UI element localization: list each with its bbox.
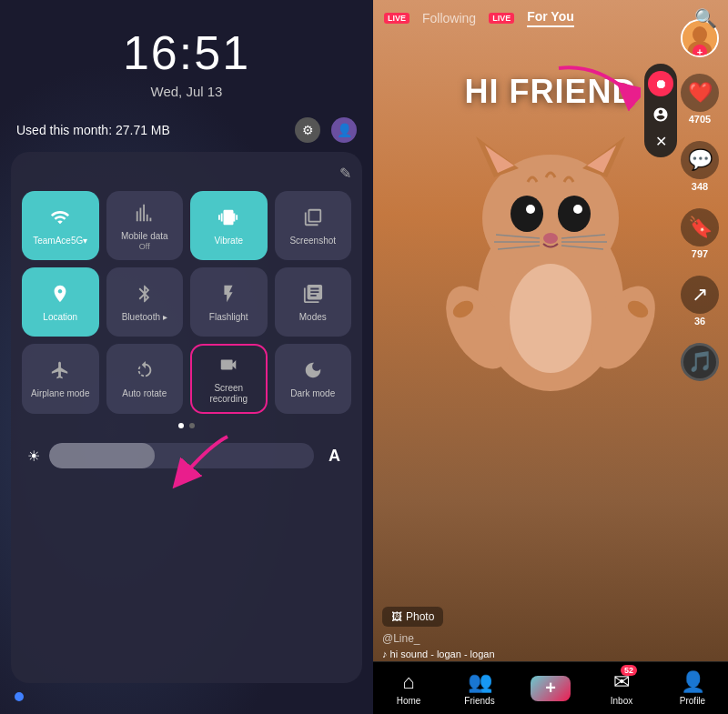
profile-nav-icon: 👤 [681, 670, 705, 694]
svg-point-10 [573, 205, 582, 214]
music-text: ♪ hi sound - logan - logan [382, 649, 673, 659]
nav-home[interactable]: ⌂ Home [373, 670, 444, 706]
inbox-badge-count: 52 [621, 665, 637, 676]
bluetooth-label: Bluetooth ▸ [122, 312, 167, 323]
live-badge: LIVE [384, 13, 410, 24]
quick-settings-panel: ✎ TeamAce5G▾ Mobile data Off [11, 152, 362, 683]
mobile-data-tile[interactable]: Mobile data Off [106, 191, 184, 260]
bluetooth-tile[interactable]: Bluetooth ▸ [106, 267, 184, 337]
settings-float-icon[interactable] [646, 100, 675, 129]
auto-rotate-tile[interactable]: Auto rotate [106, 344, 184, 414]
pink-arrow-right [550, 59, 641, 114]
tab-for-you[interactable]: For You [527, 9, 574, 27]
dark-mode-icon [303, 360, 323, 385]
photo-label: Photo [406, 610, 434, 623]
location-label: Location [43, 312, 77, 323]
inbox-badge-container: ✉ 52 [613, 670, 630, 694]
follow-plus-icon: + [693, 45, 707, 57]
svg-point-7 [511, 196, 543, 232]
brightness-low-icon: ☀ [27, 448, 40, 465]
dark-mode-tile[interactable]: Dark mode [275, 344, 352, 414]
right-panel-tiktok: HI FRIEND LIVE Following LIVE For You 🔍 … [373, 0, 728, 714]
nav-friends[interactable]: 👥 Friends [444, 670, 515, 706]
mobile-data-sublabel: Off [139, 242, 150, 251]
tab-following[interactable]: Following [422, 11, 476, 25]
likes-count: 4705 [689, 114, 711, 125]
left-panel: 16:51 Wed, Jul 13 Used this month: 27.71… [0, 0, 373, 714]
brightness-slider[interactable] [49, 443, 314, 468]
usage-label: Used this month: 27.71 MB [16, 123, 170, 137]
bluetooth-icon [135, 284, 155, 308]
auto-rotate-label: Auto rotate [122, 388, 167, 399]
tiktok-bottom-info: 🖼 Photo @Line_ ♪ hi sound - logan - loga… [382, 607, 673, 659]
tiktok-actions-sidebar: + ❤️ 4705 💬 348 🔖 797 ↗ 36 🎵 [681, 19, 719, 381]
airplane-tile[interactable]: Airplane mode [22, 344, 99, 414]
post-icon: + [531, 676, 571, 701]
edit-icon[interactable]: ✎ [339, 165, 351, 182]
tiktok-bottom-nav: ⌂ Home 👥 Friends + ✉ 52 Inbox 👤 Profile [373, 661, 728, 714]
kitten-illustration [432, 91, 669, 418]
flashlight-icon [218, 284, 238, 308]
wifi-icon [50, 207, 70, 232]
comments-count: 348 [692, 181, 708, 192]
nav-profile[interactable]: 👤 Profile [657, 670, 728, 706]
comments-action[interactable]: 💬 348 [681, 141, 719, 192]
share-count: 36 [694, 316, 705, 327]
nav-inbox[interactable]: ✉ 52 Inbox [586, 670, 657, 706]
close-float-button[interactable]: ✕ [655, 131, 667, 152]
bookmarks-count: 797 [692, 248, 708, 259]
flashlight-label: Flashlight [209, 312, 248, 323]
live-badge-2: LIVE [489, 13, 514, 24]
usage-bar: Used this month: 27.71 MB ⚙ 👤 [0, 108, 373, 152]
clock-time: 16:51 [0, 25, 373, 80]
username-text[interactable]: @Line_ [382, 632, 673, 645]
modes-label: Modes [299, 312, 327, 323]
nav-post[interactable]: + [515, 676, 586, 701]
quick-settings-grid: TeamAce5G▾ Mobile data Off Vibrate [22, 191, 351, 414]
bookmarks-action[interactable]: 🔖 797 [681, 208, 719, 259]
screenshot-tile[interactable]: Screenshot [275, 191, 352, 260]
tiktok-tabs: LIVE Following LIVE For You [384, 9, 574, 27]
brightness-fill [49, 443, 155, 468]
music-disc[interactable]: 🎵 [681, 343, 719, 381]
friends-label: Friends [464, 696, 494, 706]
float-toolbar: ⏺ ✕ [644, 64, 677, 157]
wifi-label: TeamAce5G▾ [33, 236, 87, 246]
left-bottom-bar [0, 683, 373, 714]
share-action[interactable]: ↗ 36 [681, 276, 719, 327]
home-label: Home [397, 696, 421, 706]
friends-icon: 👥 [468, 670, 492, 694]
wifi-tile[interactable]: TeamAce5G▾ [22, 191, 99, 260]
comments-icon: 💬 [681, 141, 719, 179]
svg-point-8 [558, 196, 591, 232]
likes-action[interactable]: ❤️ 4705 [681, 74, 719, 125]
bookmarks-icon: 🔖 [681, 208, 719, 246]
inbox-label: Inbox [611, 696, 632, 706]
profile-icon[interactable]: 👤 [331, 117, 357, 143]
screen-recording-icon [218, 355, 238, 379]
airplane-label: Airplane mode [31, 388, 89, 399]
brightness-row: ☀ A [22, 436, 351, 476]
tiktok-top-bar: LIVE Following LIVE For You 🔍 [373, 0, 728, 35]
vibrate-tile[interactable]: Vibrate [190, 191, 268, 260]
settings-icon[interactable]: ⚙ [295, 117, 320, 143]
modes-icon [303, 284, 323, 308]
screen-recording-tile[interactable]: Screenrecording [190, 344, 268, 414]
screen-recording-label: Screenrecording [209, 383, 248, 405]
mobile-data-icon [135, 203, 155, 227]
clock-date: Wed, Jul 13 [0, 84, 373, 99]
vibrate-label: Vibrate [214, 236, 243, 246]
brightness-auto-label[interactable]: A [323, 447, 346, 466]
flashlight-tile[interactable]: Flashlight [190, 267, 268, 337]
auto-rotate-icon [135, 360, 155, 385]
location-icon [50, 284, 70, 308]
record-button[interactable]: ⏺ [648, 71, 673, 96]
likes-icon: ❤️ [681, 74, 719, 112]
dark-mode-label: Dark mode [290, 388, 335, 399]
search-icon[interactable]: 🔍 [694, 7, 717, 29]
photo-icon: 🖼 [391, 610, 402, 623]
clock-area: 16:51 Wed, Jul 13 [0, 0, 373, 108]
modes-tile[interactable]: Modes [275, 267, 352, 337]
svg-point-22 [510, 264, 592, 373]
location-tile[interactable]: Location [22, 267, 99, 337]
